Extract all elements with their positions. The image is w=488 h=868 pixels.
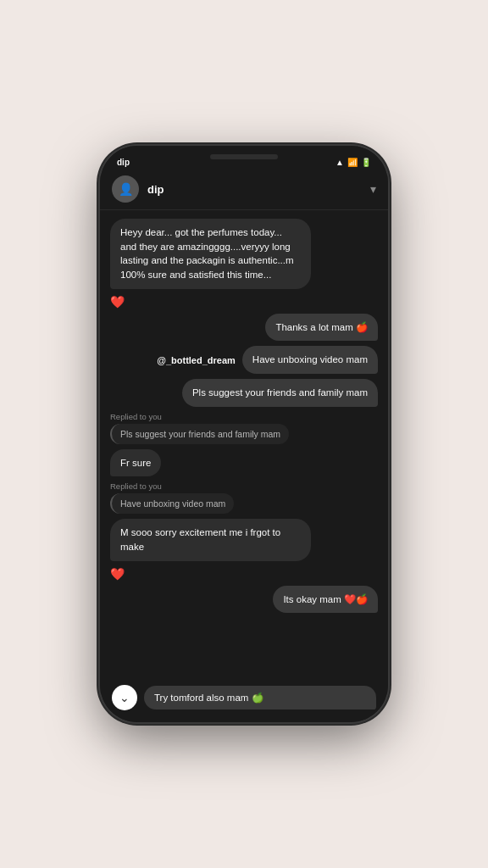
message-text-2: Thanks a lot mam 🍎: [275, 322, 368, 332]
message-bubble-3: Have unboxing video mam: [242, 346, 378, 374]
battery-icon: 🔋: [361, 158, 371, 167]
mention-row: @_bottled_dream Have unboxing video mam: [157, 346, 378, 374]
reply-context-1: Replied to you Pls suggest your friends …: [110, 412, 289, 444]
message-text-3: Have unboxing video mam: [252, 354, 368, 364]
chat-header[interactable]: 👤 dip ▾: [100, 170, 388, 210]
reply-label-2: Replied to you: [110, 481, 234, 491]
message-bubble-4: Pls suggest your friends and family mam: [182, 379, 378, 407]
message-text-4: Pls suggest your friends and family mam: [192, 387, 368, 398]
bottom-bar: ⌄ Try tomford also mam 🍏: [100, 678, 388, 722]
status-icons: ▲ 📶 🔋: [336, 158, 371, 167]
notch-pill: [210, 154, 278, 159]
message-bubble-6: Fr sure: [110, 449, 161, 477]
status-time: dip: [117, 158, 130, 167]
message-text-8: M sooo sorry excitement me i frgot to ma…: [120, 527, 280, 552]
reply-quoted-2: Have unboxing video mam: [110, 493, 234, 514]
contact-name: dip: [147, 183, 362, 196]
chat-body: Heyy dear... got the perfumes today... a…: [100, 210, 388, 678]
partial-message-text: Try tomford also mam 🍏: [154, 693, 263, 703]
wifi-icon: 📶: [347, 158, 358, 167]
scroll-down-button[interactable]: ⌄: [112, 685, 137, 710]
mention-name: @_bottled_dream: [157, 355, 236, 365]
message-bubble-8: M sooo sorry excitement me i frgot to ma…: [110, 519, 311, 560]
phone-frame: dip ▲ 📶 🔋 👤 dip ▾ Heyy dear... got the p…: [100, 146, 388, 722]
message-bubble-1: Heyy dear... got the perfumes today... a…: [110, 219, 311, 289]
reply-label-1: Replied to you: [110, 412, 289, 421]
message-bubble-9: Its okay mam ❤️🍎: [273, 586, 378, 614]
message-text-6: Fr sure: [120, 458, 151, 468]
signal-icon: ▲: [336, 158, 344, 167]
avatar: 👤: [112, 175, 139, 203]
message-text-9: Its okay mam ❤️🍎: [283, 594, 368, 604]
reaction-1: ❤️: [110, 295, 125, 309]
reply-context-2: Replied to you Have unboxing video mam: [110, 481, 234, 514]
reaction-8: ❤️: [110, 567, 125, 581]
reply-quoted-1: Pls suggest your friends and family mam: [110, 424, 289, 444]
message-bubble-2: Thanks a lot mam 🍎: [265, 314, 378, 342]
chevron-down-icon[interactable]: ▾: [370, 182, 376, 196]
message-text-1: Heyy dear... got the perfumes today... a…: [120, 227, 294, 280]
chevron-down-icon: ⌄: [119, 691, 130, 704]
partial-message-bubble: Try tomford also mam 🍏: [144, 686, 376, 709]
